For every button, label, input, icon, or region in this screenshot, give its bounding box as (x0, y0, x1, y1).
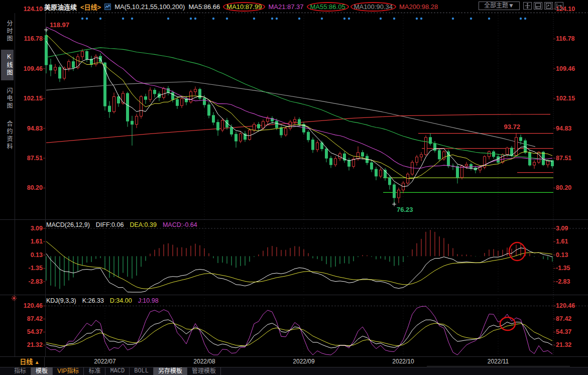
header-ma5-value: MA5:86.66 (188, 3, 220, 11)
mini-chart-icon (104, 4, 111, 10)
svg-text:2022/11: 2022/11 (488, 358, 509, 365)
svg-text:118.97: 118.97 (50, 21, 69, 29)
toolbar-tab-indicator[interactable]: 指标 (10, 367, 31, 375)
indicator-window-icon[interactable] (544, 2, 553, 10)
svg-text:102.15: 102.15 (556, 95, 575, 102)
toolbar-tab-manage[interactable]: 管理模板 (187, 367, 221, 375)
toolbar-tab-vip[interactable]: VIP指标 (53, 367, 84, 375)
toolbar-tab-saveas[interactable]: 另存模板 (154, 367, 187, 375)
svg-text:21.32: 21.32 (556, 341, 571, 348)
theme-selector-button[interactable]: 全部主题▼ (479, 2, 520, 10)
pane-layout-icon[interactable] (534, 2, 542, 10)
svg-text:102.15: 102.15 (24, 95, 43, 102)
svg-text:87.42: 87.42 (556, 315, 571, 322)
svg-text:3.09: 3.09 (31, 225, 43, 232)
header-ma100-value: MA100:90.34 (350, 2, 396, 12)
sidebar-tab-contract[interactable]: 合约资料 (1, 117, 14, 154)
svg-text:80.20: 80.20 (556, 184, 571, 191)
svg-text:2022/07: 2022/07 (94, 358, 116, 365)
svg-text:3.09: 3.09 (556, 225, 568, 232)
svg-text:KDJ(9,3,3)K:26.33D:34.00J:10.9: KDJ(9,3,3)K:26.33D:34.00J:10.98 (46, 297, 159, 304)
chart-header: 美原油连续 <日线> MA(5,10,21,55,100,200) MA5:86… (0, 0, 588, 13)
svg-text:-1.35: -1.35 (29, 265, 43, 272)
header-ma10-value: MA10:87.99 (223, 2, 265, 12)
svg-text:MACD(26,12,9)DIFF:0.06DEA:0.39: MACD(26,12,9)DIFF:0.06DEA:0.39MACD:-0.64 (46, 221, 197, 228)
header-ma55-value: MA55:86.05 (307, 2, 349, 12)
svg-text:76.23: 76.23 (397, 206, 413, 213)
header-ma200-value: MA200:98.28 (399, 3, 438, 11)
sidebar-tab-kline[interactable]: K线图 (1, 50, 14, 80)
svg-text:109.46: 109.46 (24, 65, 43, 72)
svg-text:0.13: 0.13 (31, 252, 43, 259)
svg-text:116.78: 116.78 (24, 35, 43, 42)
svg-text:-2.83: -2.83 (29, 278, 43, 285)
exit-pane-icon[interactable] (555, 2, 563, 10)
period-tag: <日线> (80, 2, 101, 12)
svg-text:120.46: 120.46 (24, 302, 43, 309)
period-button[interactable]: 日线 ▲ (15, 357, 45, 367)
left-tab-sidebar: 分时图K线图闪电图合约资料 (0, 13, 15, 356)
svg-text:21.32: 21.32 (27, 341, 43, 348)
svg-text:1.61: 1.61 (31, 238, 43, 245)
bottom-toolbar: 指标模板VIP指标标准MACDBOLL另存模板管理模板 (0, 367, 588, 375)
svg-text:-2.83: -2.83 (556, 278, 570, 285)
svg-text:87.51: 87.51 (27, 155, 43, 162)
svg-text:94.83: 94.83 (27, 125, 43, 132)
svg-text:1.61: 1.61 (556, 238, 568, 245)
toolbar-tab-standard[interactable]: 标准 (84, 367, 105, 375)
svg-text:2022/09: 2022/09 (293, 358, 315, 365)
trading-app: 2022/072022/082022/092022/102022/11118.9… (0, 0, 588, 375)
svg-text:93.72: 93.72 (504, 123, 520, 131)
svg-text:87.42: 87.42 (27, 315, 43, 322)
svg-text:0.13: 0.13 (556, 252, 568, 259)
svg-text:2022/08: 2022/08 (193, 358, 215, 365)
sidebar-tab-fenshi[interactable]: 分时图 (1, 17, 14, 46)
toolbar-tab-macd[interactable]: MACD (105, 367, 130, 375)
svg-text:120.46: 120.46 (556, 302, 575, 309)
svg-text:87.51: 87.51 (556, 155, 571, 162)
instrument-title: 美原油连续 (44, 2, 77, 12)
header-ma21-value: MA21:87.37 (268, 3, 303, 11)
svg-text:94.83: 94.83 (556, 125, 571, 132)
svg-text:2022/10: 2022/10 (392, 358, 414, 365)
crosshair-icon[interactable] (523, 2, 532, 10)
period-button-label: 日线 (20, 358, 33, 365)
svg-text:54.37: 54.37 (27, 328, 43, 335)
sidebar-tab-flash[interactable]: 闪电图 (1, 84, 14, 113)
chart-canvas[interactable]: 2022/072022/082022/092022/102022/11118.9… (0, 0, 588, 375)
toolbar-tab-boll[interactable]: BOLL (130, 367, 154, 375)
window-tool-buttons (523, 2, 563, 10)
toolbar-spacer (221, 367, 588, 375)
svg-text:-1.35: -1.35 (556, 265, 570, 272)
toolbar-tab-template[interactable]: 模板 (31, 367, 53, 375)
svg-text:80.20: 80.20 (27, 184, 43, 191)
ma-values: MA5:86.66MA10:87.99MA21:87.37MA55:86.05M… (188, 2, 438, 12)
svg-text:109.46: 109.46 (556, 65, 575, 72)
period-collapse-arrow: ▲ (35, 359, 40, 365)
ma-config-label: MA(5,10,21,55,100,200) (114, 3, 185, 11)
svg-text:54.37: 54.37 (556, 328, 571, 335)
svg-text:116.78: 116.78 (556, 35, 575, 42)
